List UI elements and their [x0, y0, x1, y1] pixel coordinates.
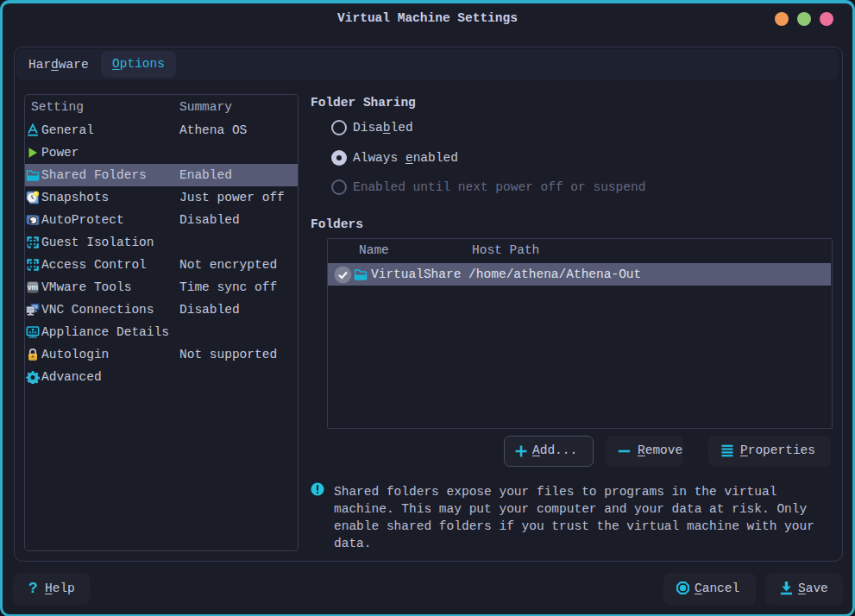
- svg-text:vm: vm: [28, 283, 39, 292]
